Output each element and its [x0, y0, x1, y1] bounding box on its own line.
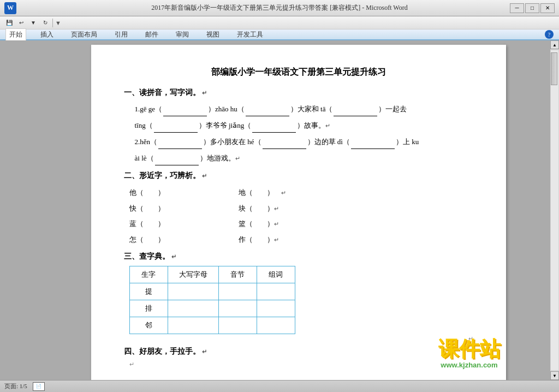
scroll-down-button[interactable]: ▼	[550, 371, 559, 380]
tab-start[interactable]: 开始	[5, 28, 26, 40]
table-header-uppercase: 大写字母	[168, 266, 218, 283]
tab-mail[interactable]: 邮件	[142, 29, 162, 40]
section2-heading: 二、形近字，巧辨析。 ↵	[124, 171, 473, 181]
minimize-button[interactable]: ─	[510, 3, 524, 13]
document-title: 部编版小学一年级语文下册第三单元提升练习	[124, 67, 473, 78]
table-cell-word-3	[257, 317, 295, 334]
table-cell-char-3: 邻	[129, 317, 168, 334]
document[interactable]: 部编版小学一年级语文下册第三单元提升练习 一、读拼音，写字词。 ↵ 1.gē g…	[91, 45, 506, 380]
page-indicator: 页面: 1/5	[4, 382, 27, 390]
scroll-thumb[interactable]	[551, 52, 557, 85]
scroll-track[interactable]	[551, 50, 558, 370]
brand-url: www.kjzhan.com	[438, 361, 501, 369]
brand-watermark: 课件站 www.kjzhan.com	[438, 338, 501, 369]
dictionary-table: 生字 大写字母 音节 组词 提 排	[129, 266, 295, 334]
section2-item-1a: 他（ ）	[129, 185, 239, 201]
document-container: 部编版小学一年级语文下册第三单元提升练习 一、读拼音，写字词。 ↵ 1.gē g…	[46, 40, 550, 380]
section1-line3: 2.hěn（）多小朋友在 hé（）边的草 dì（）上 ku	[135, 135, 473, 149]
left-margin	[0, 40, 46, 380]
close-button[interactable]: ✕	[540, 3, 555, 13]
maximize-button[interactable]: □	[525, 3, 539, 13]
brand-name: 课件站	[438, 338, 501, 361]
section2-item-2b: 块（ ）↵	[239, 201, 348, 217]
save-qat-button[interactable]: 💾	[4, 18, 14, 28]
tab-developer[interactable]: 开发工具	[234, 29, 266, 40]
ribbon: 开始 插入 页面布局 引用 邮件 审阅 视图 开发工具 ?	[0, 29, 559, 40]
table-cell-char-1: 提	[129, 283, 168, 300]
section2-item-2a: 快（ ）	[129, 201, 239, 217]
vertical-scrollbar[interactable]: ▲ ▼	[550, 40, 559, 380]
table-cell-word-1	[257, 283, 295, 300]
redo-button[interactable]: ↻	[40, 18, 50, 28]
section2-item-3b: 篮（ ）↵	[239, 216, 348, 232]
tab-layout[interactable]: 页面布局	[68, 29, 100, 40]
section4-para: ↵	[129, 361, 473, 368]
help-icon[interactable]: ?	[545, 30, 554, 39]
main-area: 部编版小学一年级语文下册第三单元提升练习 一、读拼音，写字词。 ↵ 1.gē g…	[0, 40, 559, 380]
table-cell-syllable-1	[218, 283, 257, 300]
scroll-up-button[interactable]: ▲	[550, 40, 559, 49]
section3-heading: 三、查字典。 ↵	[124, 252, 473, 262]
qat-label: ▼	[55, 20, 61, 26]
window-controls[interactable]: ─ □ ✕	[510, 3, 555, 13]
table-cell-char-2: 排	[129, 300, 168, 317]
table-row: 邻	[129, 317, 295, 334]
table-cell-word-2	[257, 300, 295, 317]
table-cell-upper-1	[168, 283, 218, 300]
title-bar: W 2017年新音编版小学一年级语文下册第三单元提升练习带答案 [兼容模式] -…	[0, 0, 559, 16]
section4-heading: 四、好朋友，手拉手。 ↵	[124, 347, 473, 357]
tab-references[interactable]: 引用	[111, 29, 131, 40]
section2-item-4b: 作（ ）↵	[239, 232, 348, 248]
table-cell-syllable-2	[218, 300, 257, 317]
table-header-syllable: 音节	[218, 266, 257, 283]
table-cell-upper-3	[168, 317, 218, 334]
table-header-word: 组词	[257, 266, 295, 283]
section2-item-1b: 地（ ） ↵	[239, 185, 348, 201]
quick-access-toolbar: 💾 ↩ ▼ ↻ ▼	[0, 16, 559, 29]
table-para-mark: ↵	[124, 335, 473, 342]
tab-insert[interactable]: 插入	[37, 29, 57, 40]
status-bar: 页面: 1/5 📄	[0, 380, 559, 392]
table-cell-syllable-3	[218, 317, 257, 334]
undo-dropdown-button[interactable]: ▼	[28, 18, 38, 28]
section1-line2: tīng（）李爷爷 jiǎng（）故事。↵	[135, 118, 473, 133]
qat-separator	[52, 19, 53, 27]
section1-line1: 1.gē ge（）zhāo hu（）大家和 tā（）一起去	[135, 102, 473, 116]
section2-items: 他（ ） 地（ ） ↵ 快（ ） 块（ ）↵ 蓝（ ） 篮（ ）↵ 怎（ ） 作…	[129, 185, 473, 247]
section1-heading: 一、读拼音，写字词。 ↵	[124, 88, 473, 98]
table-row: 提	[129, 283, 295, 300]
tab-review[interactable]: 审阅	[173, 29, 192, 40]
tab-view[interactable]: 视图	[203, 29, 223, 40]
table-cell-upper-2	[168, 300, 218, 317]
undo-button[interactable]: ↩	[16, 18, 26, 28]
page-icon: 📄	[33, 382, 45, 391]
table-header-char: 生字	[129, 266, 168, 283]
section2-item-3a: 蓝（ ）	[129, 216, 239, 232]
window-title: 2017年新音编版小学一年级语文下册第三单元提升练习带答案 [兼容模式] - M…	[0, 3, 559, 13]
table-row: 排	[129, 300, 295, 317]
section1-line4: ài lè（）地游戏。↵	[135, 151, 473, 165]
section2-item-4a: 怎（ ）	[129, 232, 239, 248]
